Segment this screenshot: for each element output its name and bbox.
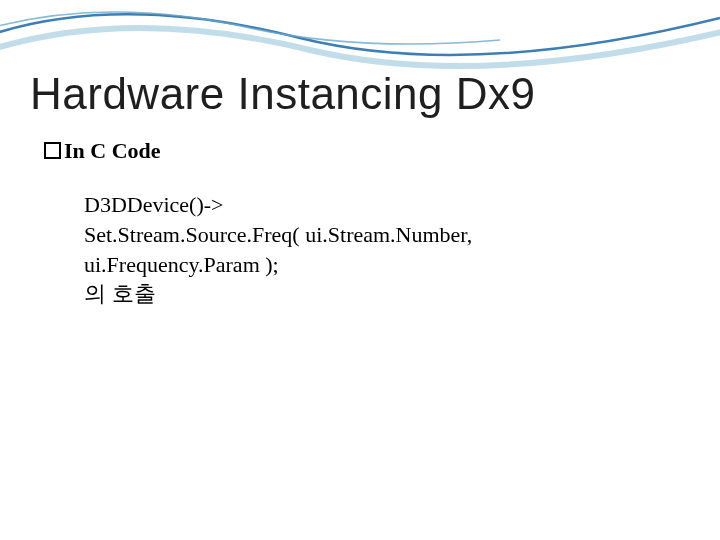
bullet-item: In C Code (44, 138, 690, 164)
code-line-2: Set.Stream.Source.Freq( ui.Stream.Number… (84, 220, 644, 279)
code-line-3: 의 호출 (84, 279, 644, 309)
code-line-1: D3DDevice()-> (84, 190, 644, 220)
slide-title: Hardware Instancing Dx9 (30, 70, 690, 118)
square-bullet-icon (44, 142, 61, 159)
slide-content: Hardware Instancing Dx9 In C Code D3DDev… (0, 0, 720, 540)
bullet-text: In C Code (64, 138, 161, 164)
code-block: D3DDevice()-> Set.Stream.Source.Freq( ui… (84, 190, 644, 309)
